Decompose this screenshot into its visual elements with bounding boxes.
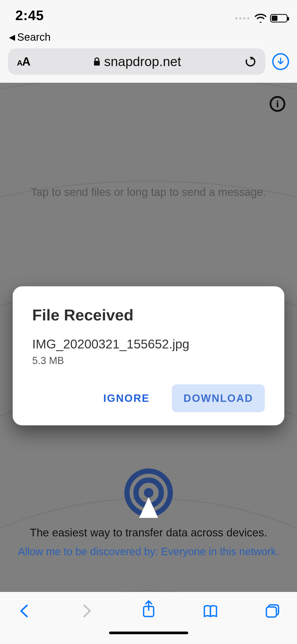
reader-aa-button[interactable]: AA: [17, 55, 30, 68]
dialog-file-size: 5.3 MB: [32, 355, 265, 366]
back-label: Search: [17, 31, 51, 43]
url-display[interactable]: snapdrop.net: [35, 54, 239, 69]
home-indicator-area: [0, 630, 297, 642]
file-received-dialog: File Received IMG_20200321_155652.jpg 5.…: [13, 286, 284, 425]
cellular-dots-icon: [235, 17, 249, 20]
tabs-button[interactable]: [265, 603, 280, 619]
svg-rect-0: [94, 61, 100, 66]
download-arrow-icon: [276, 57, 285, 66]
back-triangle-icon: ◀: [9, 33, 15, 41]
page-content: i Tap to send files or long tap to send …: [0, 83, 297, 592]
wifi-icon: [255, 14, 266, 23]
download-button[interactable]: DOWNLOAD: [172, 384, 265, 412]
url-text: snapdrop.net: [104, 54, 181, 69]
app-logo: [0, 468, 297, 518]
battery-icon: [270, 14, 287, 22]
discovery-link[interactable]: Allow me to be discovered by: Everyone i…: [0, 546, 297, 558]
ignore-button[interactable]: IGNORE: [92, 384, 161, 412]
bookmarks-button[interactable]: [203, 603, 218, 619]
status-right: [235, 14, 287, 23]
back-button[interactable]: [17, 603, 32, 619]
share-icon: [141, 600, 156, 619]
browser-chrome-top: AA snapdrop.net: [0, 48, 297, 83]
browser-toolbar: [0, 592, 297, 630]
home-indicator[interactable]: [109, 632, 188, 634]
forward-button[interactable]: [79, 603, 94, 619]
chevron-left-icon: [17, 603, 32, 619]
share-button[interactable]: [141, 603, 156, 619]
dialog-actions: IGNORE DOWNLOAD: [32, 384, 265, 412]
dialog-file-name: IMG_20200321_155652.jpg: [32, 337, 265, 351]
info-icon: i: [276, 98, 279, 109]
back-to-app[interactable]: ◀ Search: [0, 31, 297, 48]
lock-icon: [93, 57, 100, 66]
reload-icon[interactable]: [245, 56, 256, 67]
tap-hint-text: Tap to send files or long tap to send a …: [0, 186, 297, 199]
broadcast-icon: [122, 468, 175, 518]
chevron-right-icon: [79, 603, 94, 619]
book-icon: [203, 603, 218, 619]
dialog-title: File Received: [32, 306, 265, 324]
tagline-text: The easiest way to transfer data across …: [0, 526, 297, 539]
svg-point-3: [144, 488, 153, 498]
info-button[interactable]: i: [270, 96, 285, 112]
tabs-icon: [265, 603, 280, 619]
svg-rect-6: [266, 607, 276, 617]
address-bar[interactable]: AA snapdrop.net: [8, 48, 265, 75]
downloads-button[interactable]: [272, 53, 289, 70]
status-bar: 2:45: [0, 0, 297, 31]
